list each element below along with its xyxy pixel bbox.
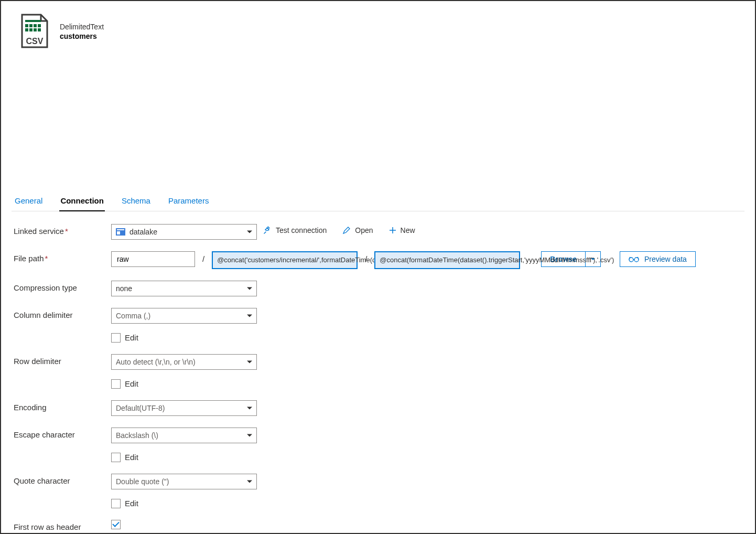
compression-type-label: Compression type xyxy=(14,281,111,292)
chevron-down-icon xyxy=(247,434,252,436)
edit-label: Edit xyxy=(125,499,138,508)
plus-icon xyxy=(389,227,396,234)
compression-type-select[interactable]: none xyxy=(111,281,257,296)
tab-schema[interactable]: Schema xyxy=(121,192,152,211)
quote-character-edit-checkbox[interactable] xyxy=(111,499,121,508)
file-path-directory-expr[interactable]: @concat('customers/incremental/',formatD… xyxy=(212,251,358,269)
escape-character-edit-checkbox[interactable] xyxy=(111,453,121,462)
file-path-container-value[interactable] xyxy=(116,254,180,264)
svg-text:CSV: CSV xyxy=(26,37,44,46)
svg-rect-4 xyxy=(38,24,41,27)
dataset-name-label: customers xyxy=(60,32,104,40)
pencil-icon xyxy=(342,226,351,234)
file-path-label: File path* xyxy=(14,251,111,263)
storage-icon xyxy=(116,228,125,236)
csv-file-icon: CSV xyxy=(20,14,49,49)
row-delimiter-label: Row delimiter xyxy=(14,354,111,366)
svg-rect-6 xyxy=(29,28,33,31)
quote-character-label: Quote character xyxy=(14,474,111,485)
edit-label: Edit xyxy=(125,453,138,462)
escape-character-label: Escape character xyxy=(14,428,111,439)
edit-label: Edit xyxy=(125,379,138,388)
svg-rect-12 xyxy=(117,231,120,234)
file-path-file-expr[interactable]: @concat(formatDateTime(dataset().trigger… xyxy=(374,251,520,269)
preview-data-button[interactable]: Preview data xyxy=(620,251,696,267)
column-delimiter-select[interactable]: Comma (,) xyxy=(111,308,257,324)
chevron-down-icon xyxy=(247,287,252,290)
encoding-select[interactable]: Default(UTF-8) xyxy=(111,400,257,416)
chevron-down-icon xyxy=(247,360,252,363)
first-row-header-checkbox[interactable] xyxy=(111,520,121,529)
svg-rect-8 xyxy=(38,28,41,31)
chevron-down-icon xyxy=(247,480,252,483)
file-path-container-input[interactable] xyxy=(111,251,195,267)
plug-icon xyxy=(263,226,272,234)
dataset-header: CSV DelimitedText customers xyxy=(12,9,744,49)
chevron-down-icon xyxy=(247,407,252,409)
path-separator: / xyxy=(201,251,206,263)
svg-rect-1 xyxy=(25,24,28,27)
dataset-type-label: DelimitedText xyxy=(60,23,104,31)
svg-rect-2 xyxy=(29,24,33,27)
row-delimiter-select[interactable]: Auto detect (\r,\n, or \r\n) xyxy=(111,354,257,370)
test-connection-button[interactable]: Test connection xyxy=(263,226,327,234)
chevron-down-icon xyxy=(247,231,252,233)
column-delimiter-label: Column delimiter xyxy=(14,308,111,319)
tab-strip: General Connection Schema Parameters xyxy=(12,192,744,211)
column-delimiter-edit-checkbox[interactable] xyxy=(111,333,121,343)
tab-general[interactable]: General xyxy=(14,192,44,211)
svg-rect-11 xyxy=(117,229,124,230)
linked-service-select[interactable]: datalake xyxy=(111,224,257,240)
escape-character-select[interactable]: Backslash (\) xyxy=(111,428,257,443)
tab-connection[interactable]: Connection xyxy=(59,192,105,211)
first-row-header-label: First row as header xyxy=(14,520,111,531)
svg-rect-5 xyxy=(25,28,28,31)
svg-rect-0 xyxy=(25,20,41,22)
quote-character-select[interactable]: Double quote (") xyxy=(111,474,257,489)
glasses-icon xyxy=(629,256,639,262)
linked-service-value: datalake xyxy=(129,228,157,236)
svg-rect-3 xyxy=(34,24,37,27)
new-button[interactable]: New xyxy=(389,226,415,234)
tab-parameters[interactable]: Parameters xyxy=(167,192,210,211)
row-delimiter-edit-checkbox[interactable] xyxy=(111,379,121,389)
open-button[interactable]: Open xyxy=(342,226,373,234)
linked-service-label: Linked service* xyxy=(14,224,111,236)
encoding-label: Encoding xyxy=(14,400,111,412)
svg-rect-7 xyxy=(34,28,37,31)
chevron-down-icon xyxy=(247,314,252,317)
edit-label: Edit xyxy=(125,333,138,342)
